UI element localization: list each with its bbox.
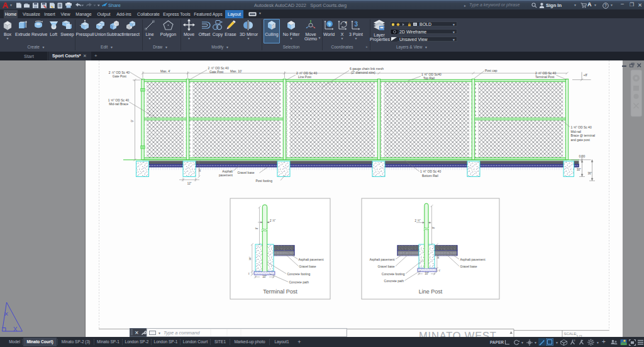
svg-text:Post footing: Post footing bbox=[256, 179, 273, 183]
svg-text:1 ⅝" OD Sc 40: 1 ⅝" OD Sc 40 bbox=[108, 98, 129, 102]
svg-text:Asphalt pavement: Asphalt pavement bbox=[299, 258, 325, 261]
svg-text:and gate post: and gate post bbox=[571, 138, 591, 142]
svg-text:2 ⅞" OD Sc 40: 2 ⅞" OD Sc 40 bbox=[296, 71, 317, 75]
svg-text:1 ⅝" OD Sc 40: 1 ⅝" OD Sc 40 bbox=[571, 125, 592, 129]
svg-text:Concrete footing: Concrete footing bbox=[382, 272, 405, 276]
svg-text:+8': +8' bbox=[584, 73, 588, 77]
svg-text:pavement: pavement bbox=[219, 173, 233, 177]
svg-text:3: 3 bbox=[355, 21, 358, 28]
svg-text:SCALE:: SCALE: bbox=[564, 332, 578, 336]
svg-text:6 gauge chain link mesh: 6 gauge chain link mesh bbox=[350, 67, 384, 71]
svg-text:Concrete path: Concrete path bbox=[384, 279, 404, 283]
svg-text:Bottom Rail: Bottom Rail bbox=[422, 174, 438, 178]
svg-text:Asphalt pavement: Asphalt pavement bbox=[460, 258, 486, 261]
svg-text:Gravel base: Gravel base bbox=[299, 265, 316, 268]
svg-text:0.00: 0.00 bbox=[579, 154, 586, 158]
svg-text:2 ⅞": 2 ⅞" bbox=[270, 219, 276, 222]
svg-text:2 ⅞" OD Sc 40: 2 ⅞" OD Sc 40 bbox=[208, 66, 229, 70]
svg-text:Gravel base: Gravel base bbox=[378, 265, 395, 268]
svg-text:Terminal Post: Terminal Post bbox=[263, 288, 297, 295]
svg-text:1': 1' bbox=[248, 272, 250, 275]
svg-text:Brace @ terminal: Brace @ terminal bbox=[571, 134, 596, 137]
svg-text:Concrete path: Concrete path bbox=[289, 280, 309, 284]
svg-text:Terminal Post: Terminal Post bbox=[535, 75, 555, 79]
svg-text:x: x bbox=[345, 20, 348, 24]
svg-text:?: ? bbox=[604, 3, 607, 8]
svg-text:Max. 10': Max. 10' bbox=[230, 69, 242, 73]
svg-text:1': 1' bbox=[439, 269, 441, 272]
svg-text:1 ⅝" OD Sc 40: 1 ⅝" OD Sc 40 bbox=[420, 169, 441, 173]
svg-text:Max. 4': Max. 4' bbox=[160, 69, 170, 73]
svg-text:30": 30" bbox=[248, 256, 252, 261]
svg-text:Mid-rail Brace: Mid-rail Brace bbox=[109, 102, 128, 106]
svg-text:10": 10" bbox=[262, 275, 267, 278]
svg-text:30": 30" bbox=[577, 168, 581, 171]
svg-text:2 ⅞": 2 ⅞" bbox=[414, 219, 421, 222]
svg-text:9': 9' bbox=[131, 120, 134, 122]
svg-text:36": 36" bbox=[588, 172, 592, 175]
svg-text:Gate Post: Gate Post bbox=[113, 74, 127, 78]
svg-text:1 ⅝" OD Sc40: 1 ⅝" OD Sc40 bbox=[421, 72, 441, 76]
svg-text:Top Rail: Top Rail bbox=[423, 76, 435, 80]
svg-text:o: o bbox=[574, 339, 575, 342]
svg-text:9': 9' bbox=[255, 227, 258, 230]
svg-text:Asphalt: Asphalt bbox=[222, 169, 233, 173]
svg-text:Asphalt pavement: Asphalt pavement bbox=[369, 258, 395, 261]
svg-text:10": 10" bbox=[425, 272, 429, 275]
svg-text:9': 9' bbox=[432, 227, 435, 229]
svg-text:Line Post: Line Post bbox=[298, 75, 311, 79]
svg-text:MINATO WEST: MINATO WEST bbox=[419, 330, 497, 338]
svg-text:12": 12" bbox=[187, 182, 192, 185]
svg-text:Mid-rail: Mid-rail bbox=[571, 130, 581, 134]
svg-text:Gravel base: Gravel base bbox=[460, 265, 477, 268]
svg-text:(2" diamond size): (2" diamond size) bbox=[351, 71, 375, 74]
svg-text:30": 30" bbox=[198, 168, 201, 172]
svg-text:Concrete footing: Concrete footing bbox=[287, 272, 311, 276]
svg-text:Post cap: Post cap bbox=[485, 69, 497, 72]
svg-text:Gate Post: Gate Post bbox=[209, 70, 224, 74]
svg-text:Line Post: Line Post bbox=[419, 288, 443, 295]
svg-text:2 ⅞" OD Sc 40: 2 ⅞" OD Sc 40 bbox=[535, 71, 556, 75]
svg-text:Gravel base: Gravel base bbox=[238, 171, 255, 174]
svg-text:2 ⅞" OD Sc 40: 2 ⅞" OD Sc 40 bbox=[109, 71, 130, 74]
svg-text:30": 30" bbox=[436, 254, 440, 259]
